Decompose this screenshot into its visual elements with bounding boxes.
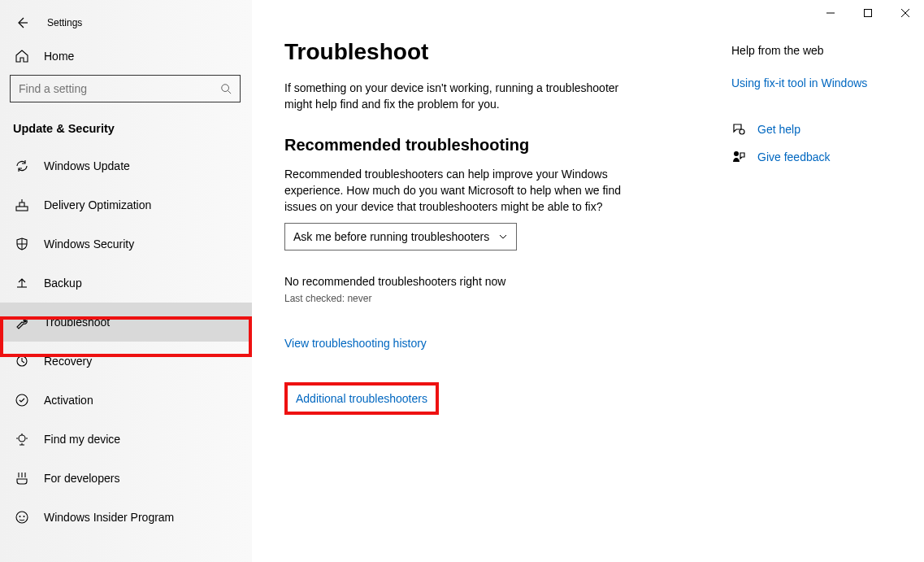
give-feedback-row[interactable]: Give feedback xyxy=(731,150,867,164)
sidebar-item-label: Windows Insider Program xyxy=(44,511,174,524)
sidebar-item-windows-security[interactable]: Windows Security xyxy=(0,224,252,264)
view-history-link[interactable]: View troubleshooting history xyxy=(284,337,427,350)
help-from-web-heading: Help from the web xyxy=(731,44,867,57)
last-checked-text: Last checked: never xyxy=(284,293,691,304)
content-pane: Troubleshoot If something on your device… xyxy=(252,0,924,562)
shield-icon xyxy=(15,237,29,251)
maximize-button[interactable] xyxy=(849,0,887,26)
recommended-heading: Recommended troubleshooting xyxy=(284,136,691,155)
sidebar-item-troubleshoot[interactable]: Troubleshoot xyxy=(0,303,252,342)
recovery-icon xyxy=(15,354,29,368)
sidebar-home[interactable]: Home xyxy=(0,39,252,75)
svg-point-9 xyxy=(740,129,744,134)
back-arrow-icon[interactable] xyxy=(15,15,29,30)
fixit-link[interactable]: Using fix-it tool in Windows xyxy=(731,76,867,89)
sidebar-item-label: Windows Update xyxy=(44,159,130,172)
chevron-down-icon xyxy=(498,232,508,242)
sidebar-section-title: Update & Security xyxy=(0,117,252,146)
side-column: Help from the web Using fix-it tool in W… xyxy=(731,39,867,562)
sidebar-item-windows-insider[interactable]: Windows Insider Program xyxy=(0,498,252,537)
sidebar-item-label: Activation xyxy=(44,394,93,407)
page-title: Troubleshoot xyxy=(284,39,691,65)
chat-icon xyxy=(731,122,746,137)
no-recommended-text: No recommended troubleshooters right now xyxy=(284,275,691,288)
close-button[interactable] xyxy=(887,0,924,26)
developer-icon xyxy=(15,471,29,486)
sidebar-item-label: Troubleshoot xyxy=(44,316,110,329)
get-help-row[interactable]: Get help xyxy=(731,122,867,137)
check-circle-icon xyxy=(15,393,29,407)
sidebar-item-activation[interactable]: Activation xyxy=(0,381,252,420)
settings-window: Settings Home Update & Security Wind xyxy=(0,0,924,562)
location-icon xyxy=(15,432,29,447)
svg-point-3 xyxy=(16,394,28,406)
search-box[interactable] xyxy=(10,75,241,102)
svg-point-10 xyxy=(734,151,739,156)
sidebar-item-label: For developers xyxy=(44,472,119,485)
main-column: Troubleshoot If something on your device… xyxy=(284,39,691,562)
sidebar-item-for-developers[interactable]: For developers xyxy=(0,459,252,498)
svg-point-4 xyxy=(19,435,25,442)
recommended-text: Recommended troubleshooters can help imp… xyxy=(284,166,634,216)
sidebar: Settings Home Update & Security Wind xyxy=(0,0,252,562)
backup-icon xyxy=(15,276,29,290)
app-title: Settings xyxy=(47,17,82,28)
search-icon xyxy=(220,83,232,94)
additional-troubleshooters-link[interactable]: Additional troubleshooters xyxy=(296,392,427,405)
sidebar-item-label: Windows Security xyxy=(44,237,134,251)
sidebar-item-label: Delivery Optimization xyxy=(44,198,151,211)
sidebar-item-delivery-optimization[interactable]: Delivery Optimization xyxy=(0,185,252,224)
search-wrap xyxy=(0,75,252,117)
svg-point-5 xyxy=(16,512,28,523)
annotation-highlight-additional: Additional troubleshooters xyxy=(284,382,439,415)
give-feedback-link[interactable]: Give feedback xyxy=(757,150,831,163)
sidebar-item-find-my-device[interactable]: Find my device xyxy=(0,420,252,459)
sync-icon xyxy=(15,159,29,173)
sidebar-item-label: Recovery xyxy=(44,355,92,368)
delivery-icon xyxy=(15,198,29,212)
svg-rect-8 xyxy=(865,10,872,17)
minimize-button[interactable] xyxy=(812,0,849,26)
insider-icon xyxy=(15,510,29,525)
sidebar-item-label: Backup xyxy=(44,277,82,290)
sidebar-item-recovery[interactable]: Recovery xyxy=(0,342,252,381)
sidebar-nav: Windows Update Delivery Optimization Win… xyxy=(0,146,252,537)
feedback-icon xyxy=(731,150,746,164)
sidebar-item-windows-update[interactable]: Windows Update xyxy=(0,146,252,185)
sidebar-item-label: Find my device xyxy=(44,433,120,446)
svg-point-0 xyxy=(222,85,229,92)
home-label: Home xyxy=(44,50,74,63)
home-icon xyxy=(15,49,29,63)
svg-point-6 xyxy=(20,516,21,517)
titlebar-left: Settings xyxy=(0,7,252,39)
svg-point-7 xyxy=(24,516,25,517)
search-input[interactable] xyxy=(19,82,220,95)
intro-text: If something on your device isn't workin… xyxy=(284,80,634,113)
sidebar-item-backup[interactable]: Backup xyxy=(0,264,252,303)
troubleshoot-preference-dropdown[interactable]: Ask me before running troubleshooters xyxy=(284,223,517,251)
get-help-link[interactable]: Get help xyxy=(757,123,800,136)
dropdown-value: Ask me before running troubleshooters xyxy=(293,230,489,243)
wrench-icon xyxy=(15,315,29,329)
svg-rect-1 xyxy=(16,207,28,211)
window-controls xyxy=(812,0,924,26)
